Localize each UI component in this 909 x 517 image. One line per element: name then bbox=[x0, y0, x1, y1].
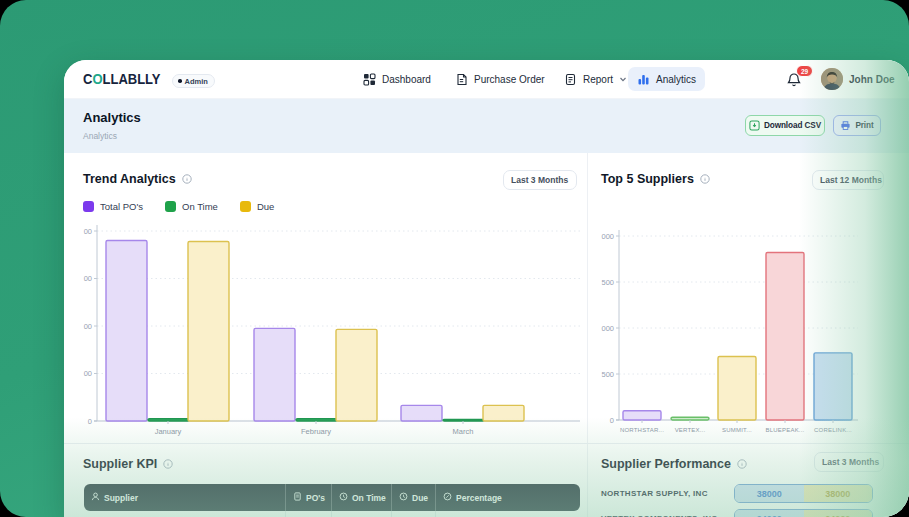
top5-suppliers-section: Top 5 Suppliers Last 12 Months 050000050… bbox=[588, 153, 909, 443]
x-category-label: January bbox=[155, 427, 182, 436]
report-icon bbox=[564, 73, 577, 86]
top-nav: COLLABLLY Admin DashboardPurchase OrderR… bbox=[64, 60, 909, 99]
legend-item[interactable]: Due bbox=[240, 201, 274, 212]
top5-suppliers-title: Top 5 Suppliers bbox=[601, 172, 710, 186]
y-tick-label: 000 bbox=[601, 324, 614, 333]
kpi-header-percentage[interactable]: Percentage bbox=[436, 484, 580, 511]
performance-left-value: 38000 bbox=[735, 485, 804, 502]
page-header: Analytics Analytics Download CSV Print bbox=[64, 99, 909, 153]
notifications-button[interactable]: 29 bbox=[786, 69, 808, 91]
bar-march-1[interactable] bbox=[443, 420, 484, 422]
bar-january-2[interactable] bbox=[188, 241, 229, 421]
page-title: Analytics bbox=[83, 110, 141, 125]
legend-item[interactable]: Total PO's bbox=[83, 201, 143, 212]
trend-chart: 000000000JanuaryFebruaryMarch bbox=[64, 213, 588, 443]
performance-bar[interactable]: 2406024060 bbox=[734, 509, 873, 517]
percent-icon bbox=[443, 492, 452, 503]
download-csv-button[interactable]: Download CSV bbox=[745, 115, 825, 136]
bar-february-2[interactable] bbox=[336, 329, 377, 421]
kpi-body-cell bbox=[286, 511, 332, 517]
supplier-kpi-section: Supplier KPI SupplierPO'sOn TimeDuePerce… bbox=[64, 443, 588, 517]
legend-swatch bbox=[240, 201, 251, 212]
user-name[interactable]: John Doe bbox=[849, 74, 895, 85]
info-icon[interactable] bbox=[182, 174, 192, 184]
performance-right-value: 24060 bbox=[804, 510, 873, 517]
chevron-down-icon bbox=[619, 75, 627, 83]
doc-icon bbox=[293, 492, 302, 503]
bar-march-2[interactable] bbox=[483, 405, 524, 421]
kpi-table-body bbox=[84, 511, 580, 517]
info-icon[interactable] bbox=[700, 174, 710, 184]
trend-legend: Total PO'sOn TimeDue bbox=[83, 201, 274, 212]
x-category-label: BLUEPEAK... bbox=[766, 427, 805, 433]
top5-range-select[interactable]: Last 12 Months bbox=[812, 170, 884, 190]
nav-item-purchase-order[interactable]: Purchase Order bbox=[446, 67, 554, 91]
nav-item-dashboard[interactable]: Dashboard bbox=[354, 67, 440, 91]
app-window: COLLABLLY Admin DashboardPurchase OrderR… bbox=[64, 60, 909, 517]
bar-february-0[interactable] bbox=[254, 328, 295, 421]
y-tick-label: 500 bbox=[601, 278, 614, 287]
x-category-label: VERTEX... bbox=[675, 427, 706, 433]
x-category-label: SUMMIT... bbox=[722, 427, 752, 433]
avatar[interactable] bbox=[821, 68, 843, 90]
download-icon bbox=[749, 120, 760, 131]
supplier-kpi-table: SupplierPO'sOn TimeDuePercentage bbox=[84, 484, 580, 517]
y-tick-label: 0 bbox=[610, 416, 614, 425]
kpi-header-po-s[interactable]: PO's bbox=[286, 484, 332, 511]
kpi-header-supplier[interactable]: Supplier bbox=[84, 484, 286, 511]
performance-range-select[interactable]: Last 3 Months bbox=[814, 452, 884, 472]
bar-march-0[interactable] bbox=[401, 405, 442, 421]
y-tick-label: 00 bbox=[84, 274, 92, 283]
bar-february-1[interactable] bbox=[296, 419, 337, 421]
kpi-header-due[interactable]: Due bbox=[392, 484, 436, 511]
y-tick-label: 00 bbox=[84, 227, 92, 236]
x-category-label: March bbox=[453, 427, 474, 436]
screenshot-frame: COLLABLLY Admin DashboardPurchase OrderR… bbox=[0, 0, 909, 517]
info-icon[interactable] bbox=[163, 459, 173, 469]
main-content: Trend Analytics Last 3 Months Total PO's… bbox=[64, 153, 909, 517]
analytics-icon bbox=[637, 73, 650, 86]
performance-right-value: 38000 bbox=[804, 485, 873, 502]
legend-swatch bbox=[165, 201, 176, 212]
performance-left-value: 24060 bbox=[735, 510, 804, 517]
kpi-header-on-time[interactable]: On Time bbox=[332, 484, 392, 511]
y-tick-label: 00 bbox=[84, 369, 92, 378]
admin-badge: Admin bbox=[172, 74, 215, 88]
info-icon[interactable] bbox=[737, 459, 747, 469]
admin-dot-icon bbox=[178, 79, 182, 83]
y-tick-label: 500 bbox=[601, 370, 614, 379]
x-category-label: NORTHSTAR... bbox=[620, 427, 664, 433]
nav-item-analytics[interactable]: Analytics bbox=[628, 67, 705, 91]
trend-analytics-section: Trend Analytics Last 3 Months Total PO's… bbox=[64, 153, 588, 443]
supplier-performance-title: Supplier Performance bbox=[601, 457, 747, 471]
x-category-label: CORELINK... bbox=[814, 427, 852, 433]
performance-bar[interactable]: 3800038000 bbox=[734, 484, 873, 503]
brand-logo[interactable]: COLLABLLY bbox=[83, 71, 161, 87]
clock-icon bbox=[339, 492, 348, 503]
dashboard-icon bbox=[363, 73, 376, 86]
breadcrumb: Analytics bbox=[83, 131, 117, 141]
x-category-label: February bbox=[301, 427, 331, 436]
bar-bluepeak[interactable] bbox=[766, 253, 804, 420]
bar-vertex[interactable] bbox=[671, 417, 709, 420]
trend-range-select[interactable]: Last 3 Months bbox=[503, 170, 577, 190]
legend-swatch bbox=[83, 201, 94, 212]
bar-corelink[interactable] bbox=[814, 353, 852, 420]
person-icon bbox=[91, 492, 100, 503]
nav-item-report[interactable]: Report bbox=[555, 67, 636, 91]
kpi-table-header: SupplierPO'sOn TimeDuePercentage bbox=[84, 484, 580, 511]
purchase-order-icon bbox=[455, 73, 468, 86]
bar-january-0[interactable] bbox=[106, 241, 147, 422]
legend-item[interactable]: On Time bbox=[165, 201, 218, 212]
performance-row: VERTEX COMPONENTS, INC2406024060 bbox=[601, 509, 896, 517]
print-button[interactable]: Print bbox=[833, 115, 881, 136]
performance-row: NORTHSTAR SUPPLY, INC3800038000 bbox=[601, 484, 896, 503]
supplier-performance-section: Supplier Performance Last 3 Months NORTH… bbox=[588, 443, 909, 517]
y-tick-label: 000 bbox=[601, 232, 614, 241]
bar-northstar[interactable] bbox=[623, 411, 661, 420]
kpi-body-cell bbox=[436, 511, 580, 517]
bar-january-1[interactable] bbox=[148, 419, 189, 421]
clock-icon bbox=[399, 492, 408, 503]
notification-badge: 29 bbox=[796, 65, 813, 77]
bar-summit[interactable] bbox=[718, 357, 756, 420]
